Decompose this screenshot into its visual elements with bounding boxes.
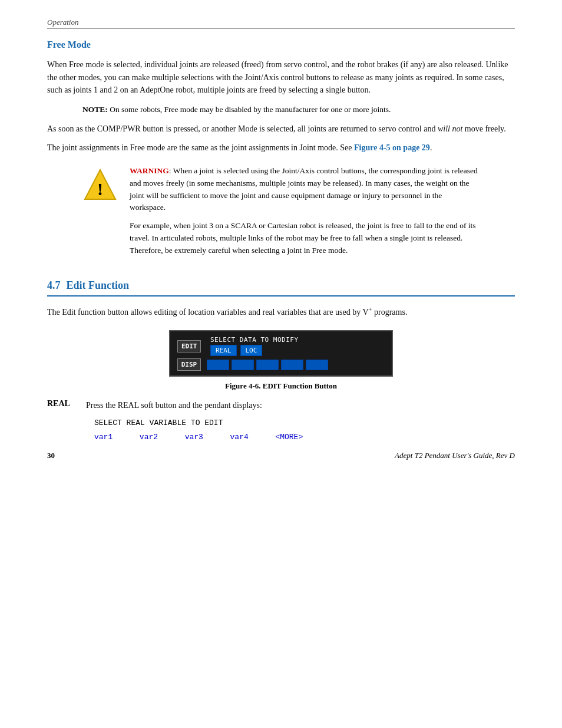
note-text: On some robots, Free mode may be disable… [108, 105, 391, 114]
section-47-header: 4.7 Edit Function [47, 279, 515, 292]
real-description: Press the REAL soft button and the penda… [86, 399, 262, 412]
disp-soft-4 [281, 360, 303, 370]
warning-text1: : When a joint is selected using the Joi… [130, 166, 478, 212]
real-soft-btn[interactable]: REAL [210, 345, 237, 356]
section-divider [47, 295, 515, 297]
edit-function-section: 4.7 Edit Function The Edit function butt… [47, 279, 515, 444]
header-divider [47, 28, 515, 29]
free-mode-para1: When Free mode is selected, individual j… [47, 58, 515, 97]
disp-soft-buttons [201, 360, 328, 370]
disp-row: DISP [177, 358, 385, 371]
real-label: REAL [47, 399, 77, 409]
warning-para1: WARNING: When a joint is selected using … [130, 165, 480, 215]
free-mode-title: Free Mode [47, 39, 515, 50]
soft-buttons-row: REAL LOC [207, 345, 385, 356]
para2-post: move freely. [462, 124, 505, 133]
figure-caption: Figure 4-6. EDIT Function Button [225, 381, 337, 391]
code-line-2: var1 var2 var3 var4 <MORE> [94, 431, 515, 444]
footer-title: Adept T2 Pendant User's Guide, Rev D [395, 451, 515, 460]
real-section: REAL Press the REAL soft button and the … [47, 399, 515, 412]
disp-button: DISP [177, 358, 201, 371]
header-label: Operation [47, 18, 515, 27]
code-block-1: SELECT REAL VARIABLE TO EDIT var1 var2 v… [94, 417, 515, 444]
warning-label: WARNING [130, 166, 169, 175]
figure-container: EDIT SELECT DATA TO MODIFY REAL LOC DISP [47, 330, 515, 391]
warning-text-container: WARNING: When a joint is selected using … [130, 165, 480, 257]
disp-soft-1 [207, 360, 229, 370]
disp-soft-3 [256, 360, 279, 370]
code-var1: var1 [94, 433, 113, 442]
edit-function-para1: The Edit function button allows editing … [47, 305, 515, 318]
disp-soft-5 [306, 360, 328, 370]
select-label: SELECT DATA TO MODIFY [207, 336, 385, 344]
warning-para2: For example, when joint 3 on a SCARA or … [130, 220, 480, 257]
figure-link[interactable]: Figure 4-5 on page 29 [354, 143, 430, 152]
para2-pre: As soon as the COMP/PWR button is presse… [47, 124, 438, 133]
para3-pre: The joint assignments in Free mode are t… [47, 143, 354, 152]
edit-button: EDIT [177, 340, 201, 353]
note-block: NOTE: On some robots, Free mode may be d… [82, 104, 480, 116]
loc-soft-btn[interactable]: LOC [240, 345, 263, 356]
free-mode-section: Free Mode When Free mode is selected, in… [47, 39, 515, 257]
code-var2: var2 [140, 433, 158, 442]
para3-post: . [430, 143, 432, 152]
free-mode-para3: The joint assignments in Free mode are t… [47, 141, 515, 154]
edit-display: EDIT SELECT DATA TO MODIFY REAL LOC DISP [169, 330, 393, 377]
code-var3: var3 [185, 433, 203, 442]
disp-soft-2 [232, 360, 254, 370]
footer: 30 Adept T2 Pendant User's Guide, Rev D [47, 451, 515, 460]
free-mode-para2: As soon as the COMP/PWR button is presse… [47, 123, 515, 136]
code-more: <MORE> [275, 433, 303, 442]
footer-page-number: 30 [47, 451, 55, 460]
code-var4: var4 [230, 433, 249, 442]
edit-screen: SELECT DATA TO MODIFY REAL LOC [201, 336, 385, 356]
section-number: 4.7 [47, 279, 61, 292]
note-label: NOTE: [82, 105, 108, 114]
ef-para1-post: programs. [372, 308, 408, 317]
para2-italic: will not [438, 124, 462, 133]
warning-icon: ! [82, 167, 118, 203]
code-line-1: SELECT REAL VARIABLE TO EDIT [94, 417, 515, 430]
svg-text:!: ! [97, 179, 103, 199]
warning-block: ! WARNING: When a joint is selected usin… [82, 165, 480, 257]
section-title: Edit Function [67, 279, 130, 292]
page: Operation Free Mode When Free mode is se… [0, 0, 562, 472]
ef-para1-pre: The Edit function button allows editing … [47, 308, 369, 317]
header: Operation [47, 18, 515, 29]
edit-top-row: EDIT SELECT DATA TO MODIFY REAL LOC [177, 336, 385, 356]
